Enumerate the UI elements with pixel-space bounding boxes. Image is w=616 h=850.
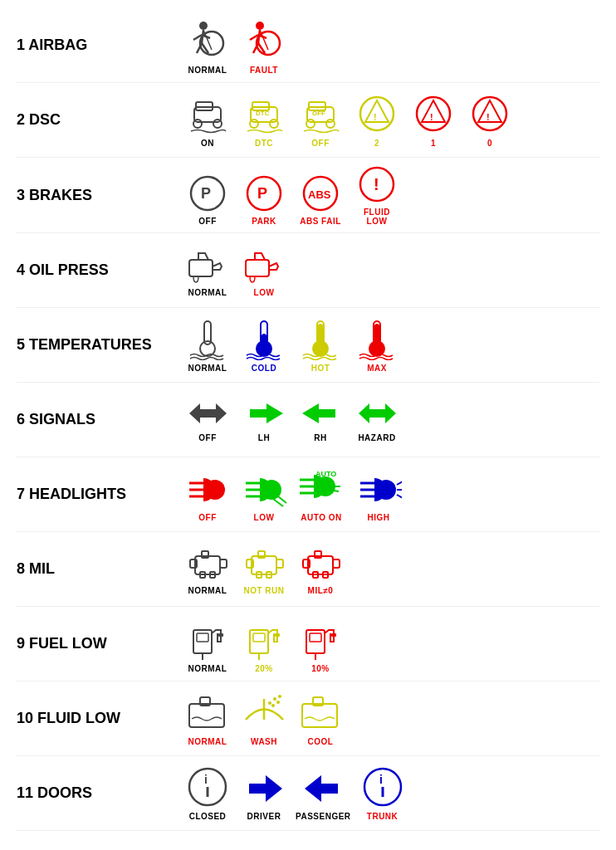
icon-dsc-0: ! 0 — [465, 92, 515, 148]
svg-rect-111 — [253, 633, 265, 642]
label-brake-off: OFF — [198, 217, 217, 226]
svg-marker-37 — [478, 100, 501, 122]
label-dsc-0: 0 — [487, 139, 492, 148]
icon-airbag-normal: NORMAL — [183, 17, 232, 75]
svg-point-123 — [278, 695, 281, 698]
svg-text:OFF: OFF — [312, 110, 325, 117]
icons-temps: NORMAL COLD — [183, 317, 402, 373]
row-brakes: 3 BRAKES P OFF P PARK — [17, 158, 599, 233]
icon-temp-normal: NORMAL — [183, 317, 232, 373]
icon-fuel-10: 10% — [296, 615, 345, 673]
svg-line-73 — [278, 496, 286, 503]
icon-head-high: HIGH — [354, 470, 403, 522]
icon-charge-normal: - + NORMAL — [183, 842, 232, 850]
icon-fluid-wash: WASH — [239, 691, 289, 746]
svg-point-84 — [376, 480, 396, 500]
svg-rect-115 — [310, 633, 321, 642]
icon-mil-normal: NORMAL — [183, 543, 232, 595]
svg-point-125 — [276, 701, 280, 704]
label-temp-max: MAX — [367, 364, 387, 373]
svg-marker-132 — [305, 775, 338, 802]
label-fuel-20: 20% — [255, 664, 273, 673]
label-dsc-dtc: DTC — [255, 139, 273, 148]
label-fuel-normal: NORMAL — [188, 664, 227, 673]
svg-text:i: i — [379, 773, 383, 786]
icon-brake-park: P PARK — [239, 173, 289, 226]
label-signals: 6 SIGNALS — [17, 411, 183, 428]
icon-head-auto: AUTO AUTO ON — [296, 467, 347, 522]
icon-brake-off: P OFF — [183, 173, 232, 226]
icon-charge-fault: - + FAULT — [239, 842, 289, 850]
svg-marker-34 — [422, 100, 445, 122]
icon-dsc-off: OFF OFF — [296, 92, 345, 148]
svg-point-1 — [199, 22, 208, 30]
label-brakes: 3 BRAKES — [17, 187, 183, 204]
icon-airbag-fault: FAULT — [239, 17, 289, 75]
label-door-closed: CLOSED — [189, 812, 227, 821]
svg-text:!: ! — [374, 112, 377, 122]
svg-point-67 — [205, 480, 225, 500]
icons-oilpress: NORMAL LOW — [183, 243, 289, 297]
svg-point-22 — [250, 120, 258, 128]
svg-text:P: P — [201, 185, 211, 202]
icons-headlights: OFF LOW — [183, 467, 403, 522]
svg-text:DTC: DTC — [256, 110, 270, 117]
icon-fuel-20: 20% — [239, 615, 289, 673]
icon-signal-hazard: HAZARD — [352, 397, 402, 442]
label-temp-cold: COLD — [252, 364, 276, 373]
icon-signal-rh: RH — [296, 397, 345, 442]
svg-marker-61 — [250, 403, 283, 423]
row-dsc: 2 DSC ON — [17, 83, 599, 158]
icon-signal-lh: LH — [239, 397, 289, 442]
icons-doors: i CLOSED DRIVER PASSENGER — [183, 765, 408, 821]
svg-point-122 — [273, 697, 276, 701]
label-dsc-on: ON — [201, 139, 214, 148]
label-fluid-cool: COOL — [308, 737, 334, 746]
icons-dsc: ON DTC DTC — [183, 92, 515, 148]
svg-text:i: i — [204, 773, 208, 786]
label-airbag-fault: FAULT — [250, 66, 278, 75]
svg-rect-126 — [302, 704, 337, 727]
row-doors: 11 DOORS i CLOSED DRIVER — [17, 756, 599, 831]
label-signal-lh: LH — [258, 433, 270, 442]
label-head-high: HIGH — [368, 513, 390, 522]
icon-temp-hot: HOT — [296, 317, 345, 373]
row-temps: 5 TEMPERATURES NORMAL — [17, 308, 599, 383]
icons-signals: OFF LH RH HAZARD — [183, 397, 402, 442]
svg-rect-88 — [195, 556, 220, 574]
icon-dsc-dtc: DTC DTC — [239, 92, 289, 148]
svg-text:P: P — [257, 185, 267, 202]
row-oilpress: 4 OIL PRESS NORMAL — [17, 233, 599, 308]
label-headlights: 7 HEADLIGHTS — [17, 486, 183, 503]
label-door-driver: DRIVER — [247, 812, 281, 821]
svg-marker-31 — [365, 100, 389, 122]
svg-rect-91 — [220, 559, 227, 568]
row-airbag: 1 AIRBAG — [17, 8, 599, 83]
svg-point-28 — [326, 120, 335, 128]
svg-text:!: ! — [374, 175, 379, 193]
label-fluidlow: 10 FLUID LOW — [17, 710, 183, 727]
svg-rect-48 — [246, 260, 269, 276]
label-mil-normal: NORMAL — [188, 586, 227, 595]
icon-door-driver: DRIVER — [239, 769, 289, 821]
svg-marker-62 — [302, 403, 335, 423]
icon-dsc-on: ON — [183, 92, 232, 148]
icons-fuellow: NORMAL 20% — [183, 615, 345, 673]
label-oil-low: LOW — [254, 288, 275, 297]
icon-dsc-2: ! 2 — [352, 92, 402, 148]
label-temp-hot: HOT — [311, 364, 330, 373]
label-dsc-2: 2 — [374, 139, 379, 148]
row-charging: 12 CHARGING - + NORMAL - + FAULT — [17, 831, 599, 850]
row-fuellow: 9 FUEL LOW NORMAL — [17, 607, 599, 681]
label-brake-park: PARK — [252, 217, 276, 226]
icons-fluidlow: NORMAL WASH — [183, 691, 345, 746]
svg-rect-47 — [189, 260, 213, 276]
icons-charging: - + NORMAL - + FAULT — [183, 842, 289, 850]
label-dsc: 2 DSC — [17, 111, 183, 129]
svg-marker-131 — [249, 775, 282, 802]
svg-rect-94 — [252, 556, 276, 574]
label-temp-normal: NORMAL — [188, 364, 227, 373]
svg-rect-118 — [189, 704, 224, 727]
svg-point-9 — [256, 22, 264, 30]
svg-marker-60 — [189, 403, 227, 423]
